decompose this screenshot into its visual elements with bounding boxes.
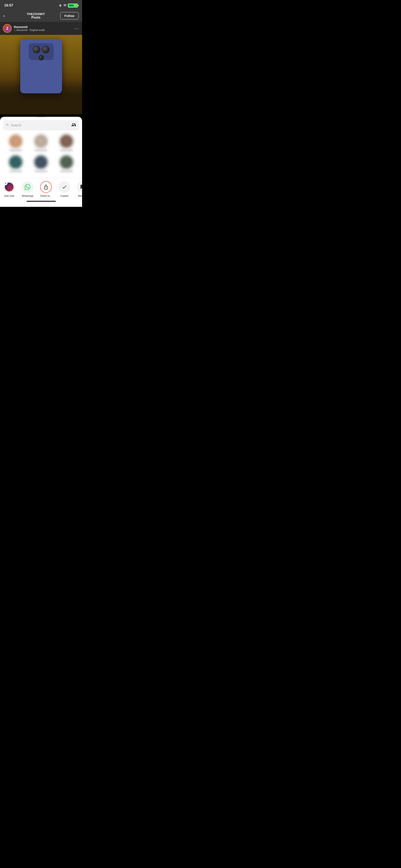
back-button[interactable]: ‹ <box>3 13 12 19</box>
contacts-section <box>0 133 82 178</box>
sheet-drag-handle <box>37 117 45 118</box>
contact-item[interactable] <box>7 155 24 172</box>
follow-button[interactable]: Follow <box>60 12 79 20</box>
camera-lens-main <box>33 46 40 53</box>
contact-name <box>60 149 73 151</box>
post-header: Z thezoomit ♫ thezoomit · Original audio… <box>0 22 82 35</box>
add-note-icon-container: + 🚫 <box>3 181 15 193</box>
search-bar[interactable]: Search <box>3 120 79 130</box>
status-icons: 69%⚡ <box>59 4 78 7</box>
copied-icon-container <box>59 181 70 193</box>
contact-avatar <box>60 134 73 148</box>
share-bottom-sheet: Search <box>0 117 82 207</box>
whatsapp-icon <box>25 184 30 190</box>
share-to-label: Share to... <box>40 194 52 197</box>
contacts-row-1 <box>3 134 79 151</box>
nav-bar: ‹ THEZOOMIT Posts Follow <box>0 10 82 22</box>
add-people-button[interactable] <box>71 122 76 128</box>
message-icon <box>80 184 82 190</box>
contact-avatar <box>60 155 73 169</box>
post-metadata: thezoomit ♫ thezoomit · Original audio <box>14 25 45 32</box>
nav-page-type: Posts <box>27 16 45 20</box>
nav-account-name: THEZOOMIT <box>27 12 45 16</box>
share-to-action[interactable]: Share to... <box>37 181 55 197</box>
check-icon <box>62 184 67 190</box>
contact-name <box>9 170 22 172</box>
avatar[interactable]: Z <box>3 24 12 33</box>
action-row: + 🚫 Add note WhatsApp <box>0 178 82 199</box>
airplane-icon <box>59 4 62 7</box>
more-options-button[interactable]: ··· <box>74 26 79 31</box>
message-label: Messa... <box>78 194 82 197</box>
contact-item[interactable] <box>33 134 49 151</box>
camera-lens-small <box>38 55 44 60</box>
contact-item[interactable] <box>58 134 75 151</box>
home-indicator <box>27 201 56 202</box>
contact-name <box>60 170 73 172</box>
whatsapp-icon-container <box>22 181 33 193</box>
contact-avatar <box>9 155 22 169</box>
contact-avatar <box>9 134 22 148</box>
contacts-row-2 <box>3 155 79 172</box>
add-note-label: Add note <box>4 194 14 197</box>
contact-name <box>9 149 22 151</box>
camera-module <box>29 43 54 60</box>
contact-item[interactable] <box>7 134 24 151</box>
post-user-info: Z thezoomit ♫ thezoomit · Original audio <box>3 24 45 33</box>
contact-name <box>35 149 47 151</box>
add-note-action[interactable]: + 🚫 Add note <box>0 181 19 197</box>
contact-item[interactable] <box>58 155 75 172</box>
post-audio-label: ♫ thezoomit · Original audio <box>14 29 45 32</box>
add-note-plus-icon: + <box>3 181 7 185</box>
contact-avatar <box>34 155 48 169</box>
search-input[interactable]: Search <box>11 123 22 127</box>
battery-indicator: 69%⚡ <box>68 4 78 7</box>
share-icon <box>43 184 49 190</box>
search-icon <box>6 123 9 127</box>
nav-title-section: THEZOOMIT Posts <box>27 12 45 20</box>
contact-item[interactable] <box>33 155 49 172</box>
camera-lens-secondary <box>42 46 50 53</box>
whatsapp-label: WhatsApp <box>22 194 33 197</box>
search-left: Search <box>6 123 22 127</box>
wifi-icon <box>63 4 67 7</box>
contact-avatar <box>34 134 48 148</box>
message-icon-container <box>77 181 82 193</box>
copied-action[interactable]: Copied <box>55 181 73 197</box>
post-image <box>0 35 82 114</box>
whatsapp-action[interactable]: WhatsApp <box>19 181 37 197</box>
post-username[interactable]: thezoomit <box>14 25 45 29</box>
contact-name <box>35 170 47 172</box>
avatar-letter: Z <box>6 26 8 31</box>
message-action[interactable]: Messa... <box>73 181 82 197</box>
phone-mockup <box>20 39 62 93</box>
copied-label: Copied <box>60 194 68 197</box>
share-icon-container <box>40 181 52 193</box>
status-time: 16:57 <box>4 3 13 7</box>
status-bar: 16:57 69%⚡ <box>0 0 82 10</box>
